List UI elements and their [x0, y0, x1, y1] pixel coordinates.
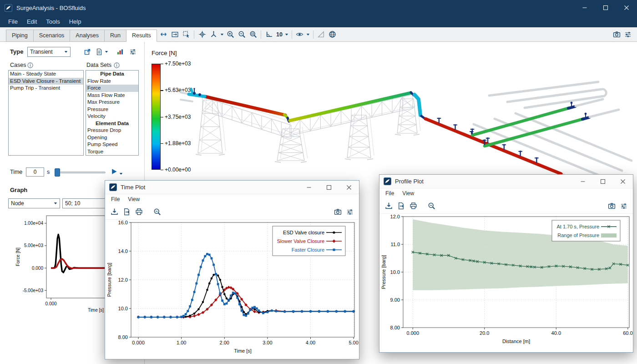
export-button[interactable]: [121, 207, 132, 217]
cases-info-icon[interactable]: [27, 62, 33, 68]
case-item[interactable]: Pump Trip - Transient: [9, 85, 83, 92]
graph-type-dropdown[interactable]: Node: [8, 198, 60, 208]
svg-text:Pressure [barg]: Pressure [barg]: [106, 263, 112, 297]
time-input[interactable]: 0: [26, 167, 44, 177]
print-button[interactable]: [408, 201, 419, 212]
close-button[interactable]: [613, 175, 633, 188]
screenshot-button[interactable]: [606, 201, 617, 212]
dataset-item[interactable]: Pressure Drop: [86, 127, 138, 134]
svg-text:0.000: 0.000: [407, 330, 420, 336]
axes-orientation-button[interactable]: [208, 29, 219, 40]
dataset-item[interactable]: Velocity: [86, 113, 138, 120]
caret-down-icon[interactable]: [104, 46, 109, 57]
menu-edit[interactable]: Edit: [22, 16, 41, 27]
caret-down-icon[interactable]: [306, 29, 311, 40]
zoom-out-button[interactable]: [426, 201, 437, 212]
menu-file[interactable]: File: [381, 190, 398, 197]
dataset-item-selected[interactable]: Force: [86, 85, 138, 92]
time-slider-handle[interactable]: [55, 168, 60, 177]
cases-list[interactable]: Main - Steady State ESD Valve Closure - …: [8, 70, 84, 156]
time-label: Time: [10, 169, 22, 175]
save-button[interactable]: [383, 201, 394, 212]
tab-scenarios[interactable]: Scenarios: [33, 30, 71, 42]
tab-analyses[interactable]: Analyses: [70, 30, 105, 42]
report-button[interactable]: [94, 46, 105, 57]
type-dropdown[interactable]: Transient: [27, 47, 71, 57]
caret-down-icon[interactable]: [118, 168, 123, 179]
time-unit-label: s: [47, 169, 50, 175]
tab-results[interactable]: Results: [126, 30, 157, 42]
minimize-button[interactable]: [573, 175, 593, 188]
zoom-window-button[interactable]: [248, 29, 258, 40]
caret-down-icon[interactable]: [219, 29, 224, 40]
save-button[interactable]: [109, 207, 120, 217]
dataset-group-header: Pipe Data: [86, 71, 138, 78]
export-button[interactable]: [395, 201, 406, 212]
window-controls: [573, 175, 633, 188]
svg-text:Time [s]: Time [s]: [234, 348, 252, 354]
dataset-item[interactable]: Opening: [86, 134, 138, 142]
case-item-selected[interactable]: ESD Valve Closure - Transient: [9, 78, 83, 85]
open-external-button[interactable]: [82, 46, 93, 57]
plot-settings-button[interactable]: [618, 201, 629, 212]
pan-view-button[interactable]: [158, 29, 169, 40]
datasets-list[interactable]: Pipe Data Flow Rate Force Mass Flow Rate…: [86, 70, 139, 156]
zoom-out-button[interactable]: [236, 29, 247, 40]
result-settings-button[interactable]: [127, 46, 138, 57]
play-button[interactable]: [111, 168, 117, 175]
dataset-item[interactable]: Flow Rate: [86, 78, 138, 85]
svg-text:14.0: 14.0: [118, 248, 128, 254]
dataset-item[interactable]: Pump Speed: [86, 141, 138, 148]
svg-text:ESD Valve closure: ESD Valve closure: [283, 230, 324, 235]
measure-button[interactable]: [316, 29, 327, 40]
menu-file[interactable]: File: [107, 196, 124, 202]
center-view-button[interactable]: [197, 29, 207, 40]
screenshot-button[interactable]: [332, 207, 343, 217]
svg-text:16.0: 16.0: [118, 220, 128, 225]
globe-view-button[interactable]: [327, 29, 338, 40]
datasets-info-icon[interactable]: [114, 62, 120, 68]
dataset-item[interactable]: Torque: [86, 148, 138, 156]
zoom-in-button[interactable]: [225, 29, 236, 40]
viewport-toolbar: 10: [147, 27, 633, 41]
minimize-button[interactable]: [574, 0, 595, 15]
plot-settings-button[interactable]: [344, 207, 355, 217]
svg-text:12.0: 12.0: [118, 277, 128, 283]
close-button[interactable]: [616, 0, 637, 15]
visibility-button[interactable]: [294, 29, 305, 40]
maximize-button[interactable]: [319, 181, 339, 194]
box-select-button[interactable]: [181, 29, 192, 40]
profile-plot-titlebar[interactable]: Profile Plot: [379, 175, 633, 188]
angle-snap-button[interactable]: [263, 29, 274, 40]
time-plot-titlebar[interactable]: Time Plot: [105, 181, 359, 194]
maximize-button[interactable]: [593, 175, 613, 188]
menu-file[interactable]: File: [4, 16, 22, 27]
tab-piping[interactable]: Piping: [6, 30, 34, 42]
menu-help[interactable]: Help: [65, 16, 86, 27]
svg-text:Pressure [barg]: Pressure [barg]: [381, 255, 386, 289]
fit-view-button[interactable]: [169, 29, 180, 40]
zoom-out-button[interactable]: [152, 207, 162, 217]
close-button[interactable]: [339, 181, 359, 194]
chart-options-button[interactable]: [115, 46, 126, 57]
maximize-button[interactable]: [595, 0, 616, 15]
tab-run[interactable]: Run: [104, 30, 126, 42]
time-slider-track[interactable]: [55, 172, 106, 173]
snap-angle-control[interactable]: 10: [275, 31, 284, 38]
menu-view[interactable]: View: [398, 190, 418, 197]
caret-down-icon[interactable]: [284, 29, 289, 40]
menu-view[interactable]: View: [124, 196, 144, 202]
display-settings-button[interactable]: [622, 29, 633, 40]
dataset-item[interactable]: Mass Flow Rate: [86, 92, 138, 99]
svg-text:10.0: 10.0: [118, 306, 128, 311]
print-button[interactable]: [133, 207, 144, 217]
screenshot-button[interactable]: [611, 29, 622, 40]
case-item[interactable]: Main - Steady State: [9, 71, 83, 78]
menu-tools[interactable]: Tools: [41, 16, 64, 27]
type-label: Type: [10, 48, 23, 55]
minimize-button[interactable]: [299, 181, 319, 194]
dataset-item[interactable]: Pressure: [86, 106, 138, 113]
graph-nodes-input[interactable]: 50; 10: [62, 198, 105, 208]
snap-angle-value: 10: [276, 31, 283, 38]
dataset-item[interactable]: Max Pressure: [86, 99, 138, 106]
